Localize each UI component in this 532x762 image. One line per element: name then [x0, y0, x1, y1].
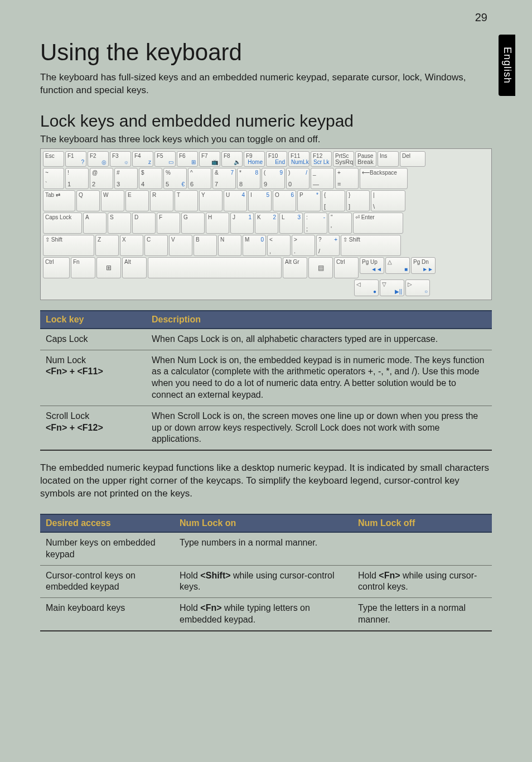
keyboard-key: F6⊞: [177, 151, 198, 167]
keyboard-key: _—: [311, 168, 334, 189]
keyboard-key: [148, 257, 282, 278]
keyboard-key: ▽▶||: [380, 279, 404, 296]
keyboard-key: *88: [237, 168, 260, 189]
table-row: Caps LockWhen Caps Lock is on, all alpha…: [40, 329, 492, 350]
description-cell: When Scroll Lock is on, the screen moves…: [146, 406, 492, 450]
numlock-on-cell: Type numbers in a normal manner.: [174, 532, 352, 565]
keyboard-key: P*: [297, 190, 321, 211]
numlock-off-cell: [352, 532, 492, 565]
keyboard-key: ⇧ Shift: [341, 235, 401, 256]
table-header: Num Lock on: [174, 514, 352, 532]
access-cell: Cursor-control keys on embedded keypad: [40, 565, 174, 598]
keyboard-key: A: [83, 213, 107, 234]
keyboard-key: ⇧ Shift: [43, 235, 94, 256]
keyboard-key: F1?: [65, 151, 86, 167]
keyboard-key: :;-: [304, 213, 327, 234]
section-title: Lock keys and embedded numeric keypad: [40, 112, 492, 131]
keyboard-key: ⏎ Enter: [353, 213, 403, 234]
keyboard-key: Alt: [122, 257, 147, 278]
lock-key-cell: Caps Lock: [40, 329, 146, 350]
access-cell: Main keyboard keys: [40, 598, 174, 631]
keyboard-key: {[: [322, 190, 345, 211]
keyboard-key: W: [101, 190, 124, 211]
keyboard-key: K2: [255, 213, 278, 234]
keyboard-key: Del: [400, 151, 425, 167]
keyboard-key: F5▭: [154, 151, 176, 167]
keyboard-key: F3☼: [110, 151, 131, 167]
keyboard-key: PauseBreak: [355, 151, 376, 167]
keyboard-key: Z: [95, 235, 119, 256]
keyboard-key: X: [120, 235, 143, 256]
keyboard-key: F10End: [266, 151, 287, 167]
keyboard-key: F2◎: [88, 151, 109, 167]
keyboard-key: @2: [90, 168, 113, 189]
keyboard-key: Q: [76, 190, 100, 211]
keyboard-key: H: [206, 213, 229, 234]
keyboard-key: ?/+: [316, 235, 340, 256]
numlock-off-cell: Hold <Fn> while using cursor-control key…: [352, 565, 492, 598]
keyboard-key: F: [157, 213, 180, 234]
keyboard-key: )0/: [286, 168, 309, 189]
keyboard-key: $4: [139, 168, 162, 189]
keyboard-key: T: [175, 190, 198, 211]
table-header: Lock key: [40, 311, 146, 329]
intro-paragraph: The keyboard has full-sized keys and an …: [40, 71, 492, 97]
table-row: Number keys on embedded keypadType numbe…: [40, 532, 492, 565]
keyboard-key: J1: [230, 213, 254, 234]
keyboard-key: E: [125, 190, 149, 211]
table-header: Desired access: [40, 514, 174, 532]
lock-key-cell: Num Lock<Fn> + <F11>: [40, 350, 146, 406]
keyboard-key: &77: [212, 168, 236, 189]
lock-key-cell: Scroll Lock<Fn> + <F12>: [40, 406, 146, 450]
keyboard-key: ▤: [308, 257, 333, 278]
keyboard-key: >.: [292, 235, 315, 256]
keyboard-key: F4z: [132, 151, 153, 167]
page-title: Using the keyboard: [40, 39, 492, 66]
keyboard-key: I5: [248, 190, 272, 211]
keyboard-key: #3: [114, 168, 138, 189]
keyboard-key: O6: [273, 190, 296, 211]
keyboard-key: Ctrl: [43, 257, 70, 278]
access-cell: Number keys on embedded keypad: [40, 532, 174, 565]
table-row: Scroll Lock<Fn> + <F12>When Scroll Lock …: [40, 406, 492, 450]
keyboard-key: M0: [243, 235, 266, 256]
lock-keys-table: Lock key Description Caps LockWhen Caps …: [40, 310, 492, 451]
keyboard-key: Pg Up◄◄: [360, 257, 384, 274]
keyboard-key: Ctrl: [334, 257, 359, 278]
keyboard-key: Pg Dn►►: [411, 257, 436, 274]
page-number: 29: [475, 11, 487, 24]
keyboard-key: S: [108, 213, 131, 234]
keyboard-key: U4: [224, 190, 247, 211]
keyboard-key: F11NumLk: [288, 151, 309, 167]
mid-paragraph: The embedded numeric keypad functions li…: [40, 462, 492, 500]
table-row: Num Lock<Fn> + <F11>When Num Lock is on,…: [40, 350, 492, 406]
keyboard-key: ^6: [188, 168, 211, 189]
keyboard-key: "': [328, 213, 352, 234]
keyboard-key: F9Home: [244, 151, 265, 167]
language-tab: English: [499, 35, 515, 96]
keyboard-key: %5€: [163, 168, 187, 189]
keyboard-key: R: [150, 190, 173, 211]
keyboard-key: L3: [279, 213, 303, 234]
description-cell: When Caps Lock is on, all alphabetic cha…: [146, 329, 492, 350]
keyboard-key: ▷○: [405, 279, 430, 296]
keyboard-key: Esc: [43, 151, 64, 167]
keyboard-key: Y: [199, 190, 223, 211]
keyboard-key: F8🔈: [221, 151, 243, 167]
section-intro: The keyboard has three lock keys which y…: [40, 134, 492, 145]
keyboard-key: Caps Lock: [43, 213, 82, 234]
keyboard-key: ~`: [43, 168, 64, 189]
keyboard-key: !1: [65, 168, 89, 189]
keyboard-key: F7📺: [199, 151, 220, 167]
desired-access-table: Desired access Num Lock on Num Lock off …: [40, 514, 492, 631]
keyboard-key: +=: [335, 168, 359, 189]
keyboard-key: }]: [346, 190, 370, 211]
keyboard-key: B: [194, 235, 217, 256]
numlock-off-cell: Type the letters in a normal manner.: [352, 598, 492, 631]
keyboard-key: △■: [385, 257, 410, 274]
keyboard-key: <,: [267, 235, 291, 256]
table-row: Cursor-control keys on embedded keypadHo…: [40, 565, 492, 598]
keyboard-key: (99: [262, 168, 285, 189]
keyboard-key: Tab ⇄: [43, 190, 75, 211]
keyboard-key: N: [218, 235, 241, 256]
